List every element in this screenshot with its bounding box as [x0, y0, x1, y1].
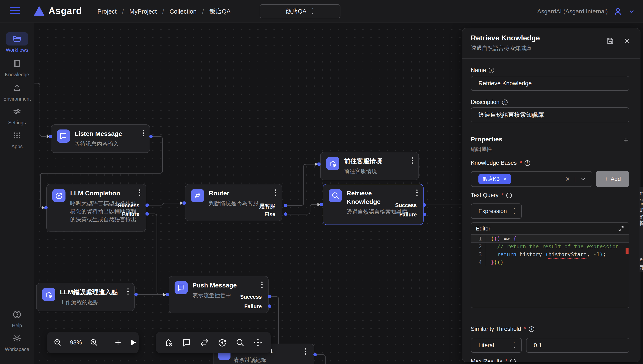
account-menu[interactable]: AsgardAI (Asgard Internal) [537, 0, 636, 23]
kebab-menu-icon[interactable] [143, 130, 144, 136]
port-dot[interactable] [268, 295, 271, 298]
info-icon[interactable]: i [506, 193, 512, 198]
node-llm-error-entry[interactable]: LLM錯誤處理進入點 工作流程的起點 [36, 283, 134, 311]
similarity-value-field[interactable]: 0.1 [526, 338, 630, 353]
properties-title: Properties [471, 136, 502, 143]
breadcrumb[interactable]: Project/MyProject/Collection/飯店QA [98, 0, 231, 23]
node-retrieve-knowledge[interactable]: Retrieve Knowledge 透過自然語言檢索知識庫 SuccessFa… [323, 184, 424, 225]
port-dot[interactable] [182, 201, 186, 205]
code-line[interactable]: 3 return history (historyStart, -1); [471, 250, 629, 258]
output-port-label[interactable]: Success [395, 202, 417, 208]
remove-tag-icon[interactable]: ✕ [503, 176, 507, 182]
move-icon[interactable] [253, 338, 263, 348]
chevron-down-icon[interactable] [580, 176, 586, 182]
kebab-menu-icon[interactable] [416, 190, 418, 196]
breadcrumb-separator: / [202, 8, 204, 15]
message-icon[interactable] [182, 338, 191, 347]
info-icon[interactable]: i [502, 100, 508, 105]
code-line[interactable]: 4})() [471, 258, 629, 266]
app-logo: Asgard [48, 6, 82, 16]
breadcrumb-item[interactable]: 飯店QA [210, 7, 231, 16]
project-selector[interactable]: 飯店QA ⌃⌄ [260, 4, 340, 18]
node-palette-toolbar [156, 332, 271, 353]
node-description: 工作流程的起點 [60, 298, 118, 306]
port-dot[interactable] [284, 212, 287, 216]
port-dot[interactable] [146, 212, 149, 216]
info-icon[interactable]: i [510, 359, 516, 362]
name-field[interactable]: Retrieve Knowledge [471, 76, 630, 91]
port-dot[interactable] [146, 204, 149, 207]
node-router[interactable]: Router 判斷情境是否為客服 是客服Else [185, 184, 282, 221]
expression-editor[interactable]: Editor 1(() => {2 // return the result o… [471, 222, 630, 308]
close-icon[interactable] [624, 37, 631, 44]
port-dot[interactable] [166, 293, 169, 296]
output-port-label[interactable]: Failure [399, 212, 417, 218]
kb-tag: 飯店KB ✕ [478, 174, 511, 184]
sidebar-item-help[interactable]: Help [0, 308, 34, 328]
sidebar-item-workspace[interactable]: Workspace [0, 332, 34, 352]
zoom-in-icon[interactable] [90, 338, 98, 347]
kebab-menu-icon[interactable] [275, 190, 276, 196]
save-icon[interactable] [606, 37, 614, 45]
output-port-label[interactable]: Else [264, 211, 275, 218]
node-listen-message[interactable]: Listen Message 等待訊息內容輸入 [51, 124, 150, 153]
similarity-mode-select[interactable]: Literal ⌃⌄ [471, 338, 522, 353]
kebab-menu-icon[interactable] [139, 190, 140, 196]
kebab-menu-icon[interactable] [412, 157, 413, 164]
knowledge-bases-select[interactable]: 飯店KB ✕ ✕ | [471, 171, 592, 187]
output-port-label[interactable]: Failure [244, 304, 262, 310]
port-dot[interactable] [284, 204, 287, 207]
name-label: Namei [471, 67, 494, 74]
port-dot[interactable] [320, 203, 323, 206]
port-dot[interactable] [423, 212, 426, 216]
code-line[interactable]: 1(() => { [471, 235, 629, 242]
breadcrumb-item[interactable]: Project [98, 8, 116, 15]
add-property-icon[interactable] [622, 136, 630, 144]
code-area[interactable]: 1(() => {2 // return the result of the e… [471, 235, 629, 266]
port-dot[interactable] [149, 135, 153, 138]
divider [462, 132, 640, 132]
run-workflow-button[interactable] [128, 338, 137, 347]
sidebar-item-environment[interactable]: Environment [0, 81, 34, 102]
search-icon[interactable] [236, 338, 245, 347]
info-icon[interactable]: i [489, 68, 494, 73]
info-icon[interactable]: i [529, 326, 534, 332]
add-knowledge-base-button[interactable]: +Add [596, 171, 630, 187]
code-line[interactable]: 2 // return the result of the expression [471, 242, 629, 250]
add-node-button[interactable] [114, 338, 122, 347]
sidebar-item-settings[interactable]: Settings [0, 105, 34, 126]
node-llm-completion[interactable]: LLM Completion 呼叫大型語言模型並產生結構化的資料輸出以輔助流程的… [46, 184, 146, 232]
breadcrumb-item[interactable]: MyProject [129, 8, 157, 15]
kebab-menu-icon[interactable] [127, 288, 129, 295]
sidebar-item-apps[interactable]: Apps [0, 129, 34, 150]
port-dot[interactable] [134, 293, 138, 296]
port-dot[interactable] [317, 162, 321, 166]
output-port-label[interactable]: Success [118, 202, 140, 208]
port-dot[interactable] [44, 206, 48, 210]
description-field[interactable]: 透過自然語言檢索知識庫 [471, 107, 630, 122]
text-query-mode-select[interactable]: Expression ⌃⌄ [471, 204, 522, 219]
output-port-label[interactable]: Success [240, 294, 262, 300]
output-port-label[interactable]: Failure [122, 211, 140, 217]
port-dot[interactable] [314, 353, 317, 356]
router-icon[interactable] [200, 338, 209, 348]
port-dot[interactable] [268, 304, 271, 308]
node-goto-cs-scene[interactable]: 前往客服情境 前往客服情境 [320, 152, 419, 180]
expand-icon[interactable] [618, 225, 624, 232]
info-icon[interactable]: i [524, 160, 530, 166]
node-push-message[interactable]: Push Message 表示流量控管中 SuccessFailure [168, 276, 268, 314]
breadcrumb-item[interactable]: Collection [170, 8, 196, 15]
kebab-menu-icon[interactable] [305, 348, 306, 355]
port-dot[interactable] [423, 203, 426, 207]
llm-icon[interactable] [217, 338, 227, 348]
output-port-label[interactable]: 是客服 [260, 202, 275, 210]
clear-icon[interactable]: ✕ [565, 176, 570, 183]
panel-subtitle: 透過自然語言檢索知識庫 [471, 44, 532, 52]
message-icon [174, 281, 188, 294]
zoom-out-icon[interactable] [54, 338, 62, 347]
sidebar-item-knowledge[interactable]: Knowledge [0, 57, 34, 78]
scene-add-icon[interactable] [164, 338, 174, 348]
menu-icon[interactable] [10, 7, 20, 16]
sidebar-item-workflows[interactable]: Workflows [0, 32, 34, 53]
kebab-menu-icon[interactable] [261, 282, 262, 288]
